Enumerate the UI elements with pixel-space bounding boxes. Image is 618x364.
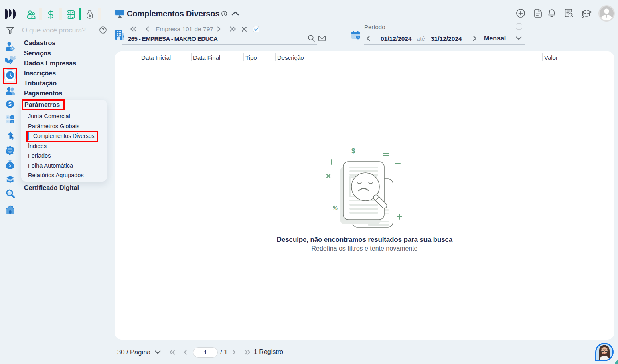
svg-text:%: % [332,204,338,211]
svg-text:$: $ [351,147,355,155]
